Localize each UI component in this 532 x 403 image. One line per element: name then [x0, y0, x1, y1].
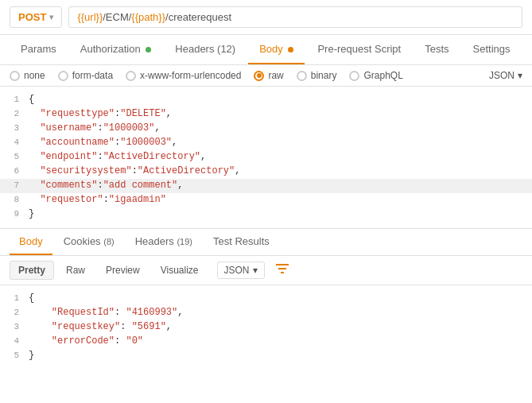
- url-bar: POST ▾ {{url}}/ECM/{{path}}/createreques…: [0, 0, 532, 35]
- radio-binary: [297, 71, 307, 81]
- body-options-bar: none form-data x-www-form-urlencoded raw…: [0, 65, 532, 87]
- url-template1: {{url}}: [77, 11, 103, 23]
- tab-authorization[interactable]: Authorization: [69, 35, 163, 64]
- format-pretty[interactable]: Pretty: [10, 261, 54, 280]
- code-line-8: 8 "requestor":"igaadmin": [0, 193, 532, 207]
- code-line-3: 3 "username":"1000003",: [0, 122, 532, 136]
- tab-body[interactable]: Body: [248, 35, 305, 64]
- format-preview[interactable]: Preview: [97, 261, 149, 280]
- method-chevron-icon: ▾: [49, 13, 53, 21]
- tab-settings[interactable]: Settings: [462, 35, 522, 64]
- tab-authorization-label: Authorization: [80, 43, 141, 55]
- option-urlencoded[interactable]: x-www-form-urlencoded: [126, 70, 241, 81]
- response-test-results-label: Test Results: [213, 235, 270, 247]
- response-tab-cookies[interactable]: Cookies (8): [54, 229, 124, 255]
- tab-settings-label: Settings: [473, 43, 511, 55]
- response-tabs: Body Cookies (8) Headers (19) Test Resul…: [0, 229, 532, 256]
- url-template2: {{path}}: [131, 11, 165, 23]
- json-chevron-icon: ▾: [518, 70, 522, 81]
- format-visualize[interactable]: Visualize: [152, 261, 208, 280]
- url-input[interactable]: {{url}}/ECM/{{path}}/createrequest: [68, 6, 522, 28]
- request-body-editor[interactable]: 1 { 2 "requesttype":"DELETE", 3 "usernam…: [0, 87, 532, 229]
- body-dot: [288, 47, 293, 52]
- response-json-selector[interactable]: JSON ▾: [217, 262, 265, 279]
- authorization-dot: [146, 47, 151, 52]
- tab-headers-label: Headers (12): [175, 43, 235, 55]
- response-tab-headers[interactable]: Headers (19): [126, 229, 202, 255]
- json-type-selector[interactable]: JSON ▾: [489, 70, 522, 81]
- option-binary[interactable]: binary: [297, 70, 337, 81]
- response-headers-label: Headers (19): [135, 235, 192, 247]
- resp-line-5: 5 }: [0, 349, 532, 363]
- json-type-label: JSON: [489, 70, 515, 81]
- radio-form-data: [58, 71, 68, 81]
- resp-line-3: 3 "requestkey": "5691",: [0, 320, 532, 335]
- url-middle: /ECM/: [103, 11, 131, 23]
- radio-none: [10, 71, 20, 81]
- method-select[interactable]: POST ▾: [10, 6, 62, 28]
- response-cookies-label: Cookies (8): [64, 235, 115, 247]
- response-json-chevron-icon: ▾: [253, 265, 258, 276]
- url-suffix: /createrequest: [165, 11, 231, 23]
- tab-prerequest-label: Pre-request Script: [317, 43, 401, 55]
- response-json-label: JSON: [224, 265, 250, 276]
- response-tab-body[interactable]: Body: [10, 229, 52, 255]
- radio-graphql: [349, 71, 359, 81]
- tab-params[interactable]: Params: [10, 35, 68, 64]
- format-raw[interactable]: Raw: [57, 261, 94, 280]
- response-body-editor: 1 { 2 "RequestId": "4160993", 3 "request…: [0, 285, 532, 370]
- code-line-9: 9 }: [0, 207, 532, 222]
- resp-line-2: 2 "RequestId": "4160993",: [0, 306, 532, 320]
- code-line-1: 1 {: [0, 93, 532, 107]
- tab-params-label: Params: [21, 43, 56, 55]
- code-line-4: 4 "accountname":"1000003",: [0, 136, 532, 150]
- tab-tests[interactable]: Tests: [414, 35, 460, 64]
- code-line-6: 6 "securitysystem":"ActiveDirectory",: [0, 165, 532, 179]
- code-line-5: 5 "endpoint":"ActiveDirectory",: [0, 150, 532, 165]
- tab-body-label: Body: [259, 43, 283, 55]
- filter-icon[interactable]: [274, 262, 290, 278]
- response-section: Body Cookies (8) Headers (19) Test Resul…: [0, 229, 532, 370]
- option-raw[interactable]: raw: [254, 70, 283, 81]
- code-line-7: 7 "comments":"add comment",: [0, 179, 532, 193]
- response-tab-test-results[interactable]: Test Results: [204, 229, 279, 255]
- radio-urlencoded: [126, 71, 136, 81]
- option-none[interactable]: none: [10, 70, 45, 81]
- radio-raw: [254, 71, 264, 81]
- tab-prerequest[interactable]: Pre-request Script: [306, 35, 412, 64]
- option-graphql[interactable]: GraphQL: [349, 70, 402, 81]
- response-format-bar: Pretty Raw Preview Visualize JSON ▾: [0, 256, 532, 285]
- tab-headers[interactable]: Headers (12): [164, 35, 247, 64]
- option-form-data[interactable]: form-data: [58, 70, 113, 81]
- code-line-2: 2 "requesttype":"DELETE",: [0, 107, 532, 122]
- resp-line-4: 4 "errorCode": "0": [0, 335, 532, 349]
- response-body-label: Body: [19, 235, 43, 247]
- tab-tests-label: Tests: [425, 43, 449, 55]
- request-nav-tabs: Params Authorization Headers (12) Body P…: [0, 35, 532, 65]
- method-label: POST: [18, 11, 46, 23]
- resp-line-1: 1 {: [0, 292, 532, 306]
